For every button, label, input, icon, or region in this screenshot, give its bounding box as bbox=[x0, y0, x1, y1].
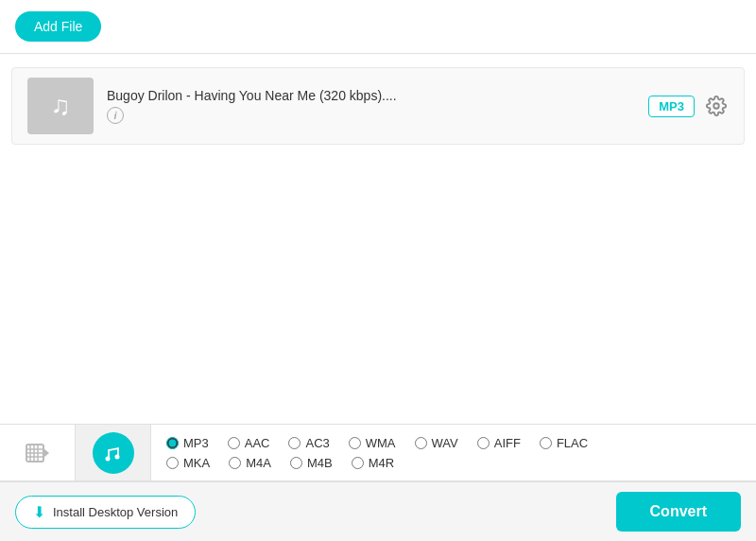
download-icon: ⬇ bbox=[33, 503, 45, 521]
format-badge[interactable]: MP3 bbox=[648, 96, 695, 117]
main-content: ♫ Bugoy Drilon - Having You Near Me (320… bbox=[0, 54, 756, 424]
svg-point-10 bbox=[114, 454, 119, 459]
video-icon bbox=[25, 440, 51, 466]
add-file-button[interactable]: Add File bbox=[15, 11, 101, 42]
svg-marker-2 bbox=[43, 448, 49, 458]
format-row-2: MKA M4A M4B M4R bbox=[166, 456, 741, 470]
convert-button[interactable]: Convert bbox=[616, 492, 741, 532]
format-options: MP3 AAC AC3 WMA WAV AIFF F bbox=[151, 425, 756, 480]
toolbar: Add File bbox=[0, 0, 756, 54]
format-row-1: MP3 AAC AC3 WMA WAV AIFF F bbox=[166, 436, 741, 450]
install-label: Install Desktop Version bbox=[53, 505, 178, 519]
file-thumbnail: ♫ bbox=[27, 78, 94, 134]
file-name: Bugoy Drilon - Having You Near Me (320 k… bbox=[107, 88, 648, 103]
format-option-m4b[interactable]: M4B bbox=[290, 456, 333, 470]
format-option-wav[interactable]: WAV bbox=[415, 436, 458, 450]
format-option-mp3[interactable]: MP3 bbox=[166, 436, 209, 450]
tab-video[interactable] bbox=[0, 425, 76, 480]
format-option-ac3[interactable]: AC3 bbox=[288, 436, 329, 450]
footer-row: ⬇ Install Desktop Version Convert bbox=[0, 481, 756, 541]
music-note-icon: ♫ bbox=[51, 91, 71, 121]
info-icon[interactable]: i bbox=[107, 107, 124, 124]
svg-point-9 bbox=[105, 456, 110, 461]
format-option-aiff[interactable]: AIFF bbox=[477, 436, 521, 450]
file-info: Bugoy Drilon - Having You Near Me (320 k… bbox=[107, 88, 648, 124]
install-desktop-button[interactable]: ⬇ Install Desktop Version bbox=[15, 496, 196, 529]
format-option-m4a[interactable]: M4A bbox=[229, 456, 271, 470]
audio-tab-circle bbox=[93, 432, 134, 474]
settings-icon[interactable] bbox=[704, 94, 729, 118]
format-tabs: MP3 AAC AC3 WMA WAV AIFF F bbox=[0, 425, 756, 481]
svg-point-0 bbox=[713, 103, 719, 109]
audio-icon bbox=[103, 443, 124, 463]
file-actions: MP3 bbox=[648, 94, 729, 118]
format-option-wma[interactable]: WMA bbox=[349, 436, 396, 450]
format-option-flac[interactable]: FLAC bbox=[540, 436, 588, 450]
format-option-mka[interactable]: MKA bbox=[166, 456, 210, 470]
bottom-panel: MP3 AAC AC3 WMA WAV AIFF F bbox=[0, 424, 756, 541]
file-item: ♫ Bugoy Drilon - Having You Near Me (320… bbox=[11, 67, 745, 145]
format-option-m4r[interactable]: M4R bbox=[352, 456, 394, 470]
format-option-aac[interactable]: AAC bbox=[228, 436, 270, 450]
tab-audio[interactable] bbox=[76, 425, 151, 480]
